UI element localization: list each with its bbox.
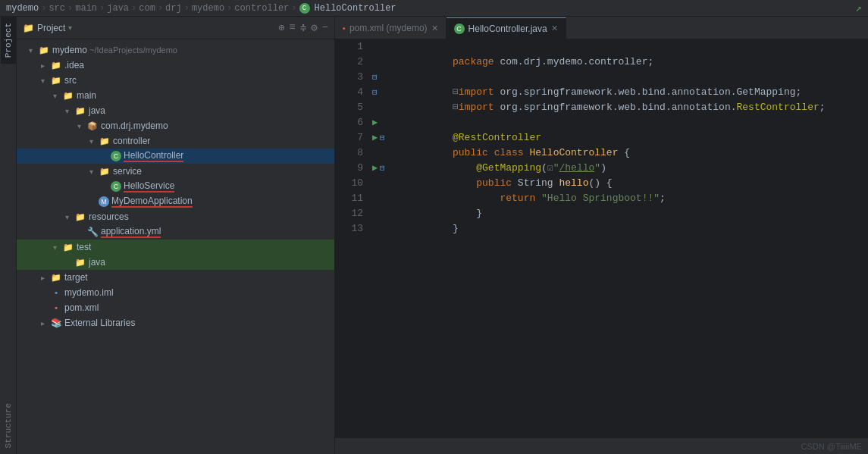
folder-icon-test: 📁 bbox=[62, 241, 74, 253]
line-8: 8 bbox=[341, 146, 363, 161]
top-right-button[interactable]: ↗ bbox=[856, 2, 862, 14]
settings-icon[interactable]: ⚙ bbox=[311, 21, 317, 34]
tree-item-src[interactable]: ▾ 📁 src bbox=[17, 73, 334, 88]
tree-item-MyDemoApplication[interactable]: M MyDemoApplication bbox=[17, 194, 334, 209]
folder-icon-main: 📁 bbox=[62, 89, 74, 102]
breadcrumb-src[interactable]: src bbox=[49, 3, 65, 14]
sep8: › bbox=[291, 3, 296, 14]
tree-label-package: com.drj.mydemo bbox=[101, 121, 168, 131]
collapse-all-icon[interactable]: ≡ bbox=[289, 21, 295, 34]
arrow-app-yml bbox=[77, 228, 86, 236]
minimize-icon[interactable]: − bbox=[322, 21, 328, 34]
tab-pom-icon: ▪ bbox=[343, 23, 346, 33]
tree-item-target[interactable]: ▸ 📁 target bbox=[17, 270, 334, 285]
editor-area: ▪ pom.xml (mydemo) ✕ C HelloController.j… bbox=[335, 17, 868, 454]
code-line-3: ⊟import org.springframework.web.bind.ann… bbox=[393, 70, 862, 85]
sep3: › bbox=[99, 3, 105, 14]
tree-label-test: test bbox=[77, 242, 91, 252]
project-panel: 📁 Project ▾ ⊕ ≡ ≑ ⚙ − ▾ 📁 mydemo ~/IdeaP… bbox=[17, 17, 335, 454]
tree-item-java-test[interactable]: 📁 java bbox=[17, 255, 334, 270]
arrow-resources: ▾ bbox=[65, 213, 74, 221]
tree-item-HelloController[interactable]: C HelloController bbox=[17, 149, 334, 164]
tab-java-icon: C bbox=[454, 23, 465, 34]
line-13: 13 bbox=[341, 221, 363, 236]
tree-item-ext-lib[interactable]: ▸ 📚 External Libraries bbox=[17, 315, 334, 330]
gutter-icon-4[interactable]: ⊟ bbox=[372, 85, 378, 100]
tab-HelloController[interactable]: C HelloController.java ✕ bbox=[447, 17, 566, 39]
expand-icon[interactable]: ≑ bbox=[300, 21, 306, 34]
tree-item-application-yml[interactable]: 🔧 application.yml bbox=[17, 224, 334, 240]
folder-icon-service: 📁 bbox=[99, 165, 111, 177]
run-icon-6[interactable]: ▶ bbox=[372, 115, 378, 130]
tree-item-resources[interactable]: ▾ 📁 resources bbox=[17, 209, 334, 224]
tree-label-resources: resources bbox=[89, 211, 129, 222]
breadcrumb-java[interactable]: java bbox=[107, 3, 129, 14]
gutter-icon-9[interactable]: ⊟ bbox=[380, 161, 385, 176]
fold-icon-4[interactable]: ⊟ bbox=[453, 102, 459, 113]
run-icon-7[interactable]: ▶ bbox=[372, 130, 378, 146]
tree-item-idea[interactable]: ▸ 📁 .idea bbox=[17, 58, 334, 73]
breadcrumb-com[interactable]: com bbox=[139, 3, 155, 14]
file-tree: ▾ 📁 mydemo ~/IdeaProjects/mydemo ▸ 📁 .id… bbox=[17, 39, 334, 454]
tree-item-controller[interactable]: ▾ 📁 controller bbox=[17, 133, 334, 149]
tree-item-package[interactable]: ▾ 📦 com.drj.mydemo bbox=[17, 118, 334, 133]
breadcrumb-mydemo2[interactable]: mydemo bbox=[192, 3, 224, 14]
breadcrumb-main[interactable]: main bbox=[75, 3, 97, 14]
arrow-mydemo: ▾ bbox=[29, 46, 38, 55]
tree-item-pom[interactable]: ▪ pom.xml bbox=[17, 300, 334, 315]
line-12: 12 bbox=[341, 206, 363, 221]
arrow-target: ▸ bbox=[41, 274, 50, 282]
tree-item-main[interactable]: ▾ 📁 main bbox=[17, 88, 334, 103]
folder-icon-java: 📁 bbox=[74, 105, 86, 117]
controller-file-icon: C bbox=[299, 3, 310, 14]
class-icon-HelloService: C bbox=[111, 181, 121, 192]
breadcrumb-mydemo[interactable]: mydemo bbox=[6, 3, 39, 14]
breadcrumb-controller[interactable]: controller bbox=[234, 3, 289, 14]
tree-label-controller: controller bbox=[113, 136, 150, 146]
tree-label-java: java bbox=[89, 105, 105, 116]
line-2: 2 bbox=[341, 55, 363, 70]
line-11: 11 bbox=[341, 191, 363, 206]
arrow-main: ▾ bbox=[53, 92, 62, 100]
tree-item-mydemo[interactable]: ▾ 📁 mydemo ~/IdeaProjects/mydemo bbox=[17, 42, 334, 58]
tree-item-service[interactable]: ▾ 📁 service bbox=[17, 164, 334, 179]
code-body[interactable]: package com.drj.mydemo.controller; ⊟impo… bbox=[387, 39, 868, 437]
gutter-icon-3[interactable]: ⊟ bbox=[372, 70, 378, 85]
arrow-MyDemoApplication bbox=[89, 198, 99, 206]
tab-pom-close[interactable]: ✕ bbox=[431, 23, 438, 33]
run-icon-9[interactable]: ▶ bbox=[372, 161, 378, 176]
sidebar-tab-structure[interactable]: Structure bbox=[1, 397, 16, 454]
gutter-icon-7[interactable]: ⊟ bbox=[380, 130, 385, 146]
folder-icon-idea: 📁 bbox=[50, 59, 62, 71]
code-line-13 bbox=[393, 221, 862, 236]
add-icon[interactable]: ⊕ bbox=[278, 21, 284, 34]
tree-label-idea: .idea bbox=[64, 60, 84, 70]
folder-icon-resources: 📁 bbox=[74, 211, 86, 223]
sidebar-tab-project[interactable]: Project bbox=[1, 17, 16, 64]
panel-title-label: Project bbox=[37, 23, 65, 33]
arrow-idea: ▸ bbox=[41, 61, 50, 70]
arrow-ext-lib: ▸ bbox=[41, 319, 50, 327]
sep1: › bbox=[41, 3, 46, 14]
breadcrumb-drj[interactable]: drj bbox=[165, 3, 182, 14]
line-4: 4 bbox=[341, 85, 363, 100]
code-line-1: package com.drj.mydemo.controller; bbox=[393, 39, 862, 55]
sep6: › bbox=[184, 3, 190, 14]
line-1: 1 bbox=[341, 39, 363, 55]
tree-label-mydemo: mydemo bbox=[52, 45, 87, 55]
arrow-pom bbox=[41, 304, 50, 312]
tree-item-HelloService[interactable]: C HelloService bbox=[17, 179, 334, 194]
tree-item-mydemo-iml[interactable]: ▪ mydemo.iml bbox=[17, 285, 334, 300]
line-9: 9 bbox=[341, 161, 363, 176]
tab-pom[interactable]: ▪ pom.xml (mydemo) ✕ bbox=[335, 17, 447, 39]
line-3: 3 bbox=[341, 70, 363, 85]
folder-icon: 📁 bbox=[23, 23, 34, 33]
dropdown-icon[interactable]: ▾ bbox=[68, 23, 72, 32]
folder-icon-mydemo: 📁 bbox=[38, 44, 50, 56]
arrow-src: ▾ bbox=[41, 77, 50, 85]
tab-java-close[interactable]: ✕ bbox=[551, 23, 558, 33]
fold-icon-3[interactable]: ⊟ bbox=[453, 86, 459, 98]
tree-item-java[interactable]: ▾ 📁 java bbox=[17, 103, 334, 118]
tree-item-test[interactable]: ▾ 📁 test bbox=[17, 240, 334, 255]
package-icon: 📦 bbox=[86, 120, 99, 132]
